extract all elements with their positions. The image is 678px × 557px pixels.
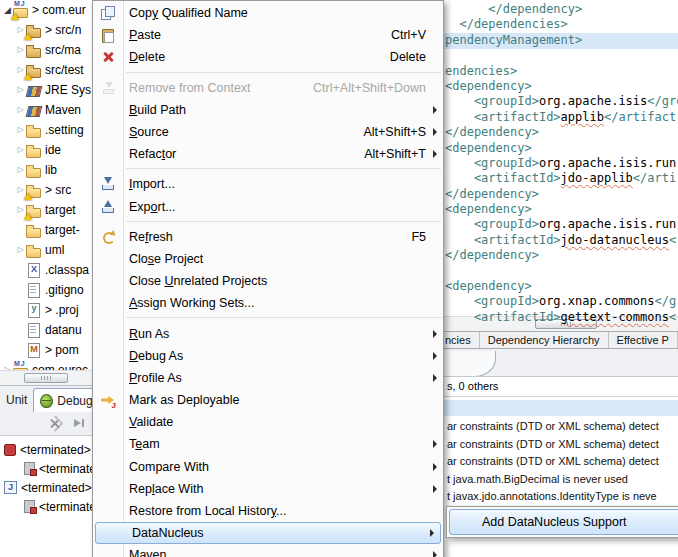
- debug-process-row[interactable]: <terminate: [0, 497, 93, 516]
- menu-item-profile-as[interactable]: Profile As: [93, 367, 443, 389]
- menu-item-icon-column: [93, 80, 123, 96]
- tree-item-datanu[interactable]: datanu: [0, 320, 93, 340]
- menu-item-refresh[interactable]: RefreshF5: [93, 226, 443, 248]
- menu-item-compare-with[interactable]: Compare With: [93, 456, 443, 478]
- menu-item-label: Mark as Deployable: [123, 393, 430, 407]
- menu-item-import[interactable]: Import...: [93, 173, 443, 195]
- menu-item-export[interactable]: Export...: [93, 196, 443, 218]
- tree-item-proj[interactable]: > .proj: [0, 300, 93, 320]
- menu-item-mark-as-deployable[interactable]: Mark as Deployable: [93, 389, 443, 411]
- editor-line: </dependencies>: [445, 17, 678, 32]
- menu-item-restore-from-local-history[interactable]: Restore from Local History...: [93, 500, 443, 522]
- problem-row[interactable]: ar constraints (DTD or XML schema) detec…: [443, 418, 678, 436]
- collapsed-twisty-icon[interactable]: ▷: [15, 160, 26, 180]
- collapsed-twisty-icon[interactable]: ▷: [15, 80, 26, 100]
- package-explorer-hscrollbar[interactable]: [0, 370, 93, 385]
- warning-overlay-icon: [24, 33, 32, 40]
- tab-junit[interactable]: Unit: [0, 388, 33, 411]
- tab-debug[interactable]: Debug: [33, 388, 93, 412]
- tab-effective-pom[interactable]: Effective P: [609, 332, 678, 348]
- remove-terminated-icon[interactable]: [47, 415, 64, 432]
- tree-item-target[interactable]: ▷target: [0, 200, 93, 220]
- menu-item-add-datanucleus-support[interactable]: Add DataNucleus Support: [449, 509, 678, 535]
- xml-tag-token: <: [669, 310, 676, 324]
- tree-item-lib[interactable]: ▷lib: [0, 160, 93, 180]
- menu-item-team[interactable]: Team: [93, 433, 443, 455]
- collapsed-twisty-icon[interactable]: ▷: [15, 120, 26, 140]
- problem-row-selected[interactable]: [443, 400, 678, 416]
- tree-item-src-test[interactable]: ▷src/test: [0, 60, 93, 80]
- tree-item-setting[interactable]: ▷.setting: [0, 120, 93, 140]
- tree-item-com-eur[interactable]: ◢MJ> com.eur: [0, 0, 93, 20]
- tree-item-label: .gitigno: [45, 283, 84, 297]
- tree-item-label: datanu: [45, 323, 82, 337]
- collapsed-twisty-icon[interactable]: ▷: [15, 140, 26, 160]
- tree-item-label: > src/n: [45, 23, 81, 37]
- menu-item-assign-working-sets[interactable]: Assign Working Sets...: [93, 292, 443, 314]
- tree-item-label: > com.eur: [32, 3, 86, 17]
- tree-item-classpa[interactable]: .classpa: [0, 260, 93, 280]
- debug-launch-row[interactable]: <terminated>: [0, 440, 93, 459]
- src-folder-icon: [26, 63, 42, 78]
- problem-row[interactable]: ar constraints (DTD or XML schema) detec…: [443, 436, 678, 454]
- tree-item-uml[interactable]: ▷uml: [0, 240, 93, 260]
- menu-item-label: Add DataNucleus Support: [450, 515, 678, 529]
- menu-item-datanucleus[interactable]: DataNucleus: [95, 522, 441, 544]
- menu-item-paste[interactable]: PasteCtrl+V: [93, 24, 443, 46]
- editor-text[interactable]: </dependency> </dependencies>pendencyMan…: [445, 2, 678, 325]
- warning-overlay-icon: [11, 13, 19, 20]
- menu-item-shortcut: F5: [411, 230, 426, 244]
- menu-item-refactor[interactable]: RefactorAlt+Shift+T: [93, 143, 443, 165]
- tree-item-jre-sys[interactable]: ▷JRE Sys: [0, 80, 93, 100]
- tree-item-src[interactable]: ▷> src: [0, 180, 93, 200]
- xml-text-token: org.apache.isis: [539, 94, 647, 108]
- menu-item-delete[interactable]: DeleteDelete: [93, 46, 443, 68]
- tab-dependencies[interactable]: ncies: [443, 332, 480, 348]
- xml-tag-token: <artifactId>: [445, 310, 561, 324]
- menu-item-validate[interactable]: Validate: [93, 411, 443, 433]
- resume-icon[interactable]: [71, 415, 88, 432]
- debug-process-row[interactable]: <terminate: [0, 459, 93, 478]
- tree-item-target[interactable]: target-: [0, 220, 93, 240]
- delete-icon: [100, 49, 116, 65]
- collapsed-twisty-icon[interactable]: ▷: [15, 240, 26, 260]
- debug-row-label: <terminated>: [21, 481, 92, 495]
- menu-item-source[interactable]: SourceAlt+Shift+S: [93, 121, 443, 143]
- debug-row-label: <terminate: [39, 500, 93, 514]
- collapsed-twisty-icon[interactable]: ▷: [15, 40, 26, 60]
- menu-item-close-unrelated-projects[interactable]: Close Unrelated Projects: [93, 270, 443, 292]
- collapsed-twisty-icon[interactable]: ▷: [15, 100, 26, 120]
- project-context-menu: Copy Qualified NamePasteCtrl+VDeleteDele…: [92, 0, 444, 557]
- problem-row[interactable]: t java.math.BigDecimal is never used: [443, 471, 678, 489]
- debug-toolbar: [47, 414, 88, 432]
- menu-item-run-as[interactable]: Run As: [93, 322, 443, 344]
- scrollbar-thumb[interactable]: [24, 373, 68, 383]
- file-text-icon: [26, 283, 42, 298]
- menu-item-debug-as[interactable]: Debug As: [93, 345, 443, 367]
- tree-item-src-ma[interactable]: ▷src/ma: [0, 40, 93, 60]
- menu-item-remove-from-context[interactable]: Remove from ContextCtrl+Alt+Shift+Down: [93, 77, 443, 99]
- menu-item-maven[interactable]: Maven: [93, 544, 443, 557]
- menu-item-close-project[interactable]: Close Project: [93, 248, 443, 270]
- submenu-arrow-icon: [430, 351, 443, 361]
- menu-item-label: Team: [123, 437, 430, 451]
- editor-line: <artifactId>gettext-commons<: [445, 310, 678, 325]
- menu-item-copy-qualified-name[interactable]: Copy Qualified Name: [93, 2, 443, 24]
- menu-item-build-path[interactable]: Build Path: [93, 99, 443, 121]
- menu-item-replace-with[interactable]: Replace With: [93, 478, 443, 500]
- tree-item-src-n[interactable]: ▷> src/n: [0, 20, 93, 40]
- tab-dependency-hierarchy[interactable]: Dependency Hierarchy: [480, 332, 609, 348]
- tree-item-pom[interactable]: > pom: [0, 340, 93, 360]
- pom-xml-editor[interactable]: </dependency> </dependencies>pendencyMan…: [441, 0, 678, 331]
- debug-launch-row[interactable]: <terminated>: [0, 478, 93, 497]
- problem-row[interactable]: t javax.jdo.annotations.IdentityType is …: [443, 488, 678, 506]
- remove-context-icon: [100, 80, 116, 96]
- tree-item-ide[interactable]: ▷ide: [0, 140, 93, 160]
- tree-item-gitigno[interactable]: .gitigno: [0, 280, 93, 300]
- problem-row[interactable]: ar constraints (DTD or XML schema) detec…: [443, 453, 678, 471]
- tree-item-maven[interactable]: ▷Maven: [0, 100, 93, 120]
- xml-tag-token: <groupId>: [445, 294, 539, 308]
- menu-item-shortcut: Ctrl+Alt+Shift+Down: [313, 81, 426, 95]
- editor-line: <groupId>org.apache.isis.run: [445, 156, 678, 171]
- folder-icon: [26, 163, 42, 178]
